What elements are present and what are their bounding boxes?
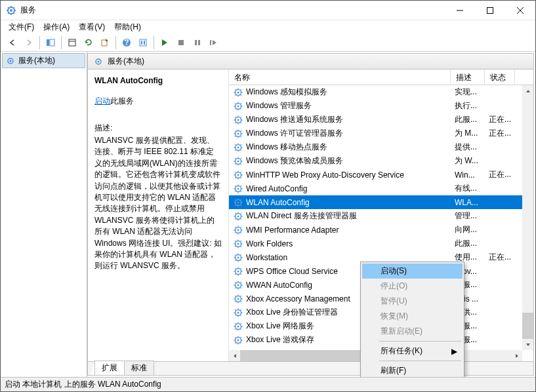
svg-line-89: [241, 163, 241, 164]
service-name-cell: Windows 管理服务: [246, 100, 312, 111]
svg-line-40: [235, 94, 236, 95]
svg-line-78: [235, 144, 236, 145]
svg-line-169: [241, 273, 241, 274]
refresh-button[interactable]: [81, 35, 96, 50]
service-name-cell: Xbox Live 网络服务: [246, 321, 314, 332]
table-row[interactable]: Windows 移动热点服务提供...: [229, 140, 533, 154]
scroll-up-icon[interactable]: [522, 85, 533, 96]
start-service-button[interactable]: [157, 35, 173, 50]
svg-line-99: [241, 177, 241, 178]
gear-icon: [233, 170, 243, 180]
menu-help[interactable]: 帮助(H): [110, 20, 145, 34]
svg-line-79: [241, 149, 241, 150]
scroll-down-icon[interactable]: [522, 339, 533, 350]
gear-icon: [233, 211, 243, 222]
tab-standard[interactable]: 标准: [124, 361, 154, 375]
gear-icon: [233, 294, 243, 304]
gear-icon: [233, 87, 243, 98]
table-row[interactable]: WLAN Direct 服务连接管理器服管理...: [229, 209, 533, 223]
table-row[interactable]: Work Folders此服...: [229, 237, 533, 250]
service-desc-cell: 此服...: [451, 114, 485, 125]
table-row[interactable]: WMI Performance Adapter向网...: [229, 223, 533, 237]
svg-line-39: [241, 94, 241, 95]
svg-line-69: [241, 136, 241, 136]
services-icon: [6, 5, 16, 16]
table-row[interactable]: Windows 管理服务执行...: [229, 99, 533, 113]
back-button[interactable]: [5, 35, 20, 50]
svg-point-193: [237, 311, 239, 313]
service-name-cell: Work Folders: [246, 239, 293, 248]
svg-line-41: [241, 89, 241, 90]
ctx-alltasks[interactable]: 所有任务(K)▶: [362, 343, 463, 359]
ctx-start[interactable]: 启动(S): [362, 264, 463, 279]
tree-node-services-local[interactable]: 服务(本地): [2, 53, 85, 68]
table-row[interactable]: Windows 预览体验成员服务为 W...: [229, 154, 533, 168]
svg-line-70: [235, 136, 236, 136]
minimize-button[interactable]: [445, 1, 475, 20]
svg-point-173: [237, 284, 239, 286]
table-row[interactable]: Windows 许可证管理器服务为 M...正在...: [229, 127, 533, 140]
svg-line-160: [235, 260, 236, 260]
scroll-right-icon[interactable]: [511, 350, 522, 361]
service-name-cell: Xbox Accessory Management: [246, 294, 350, 304]
main-area: 服务(本地) 服务(本地) WLAN AutoConfig 启动此服务 描述: …: [1, 52, 535, 377]
gear-icon: [233, 142, 243, 153]
service-desc-cell: 此服...: [451, 238, 485, 249]
selected-service-name: WLAN AutoConfig: [94, 76, 222, 85]
console-tree[interactable]: 服务(本地): [1, 52, 87, 377]
col-name[interactable]: 名称: [229, 69, 451, 85]
service-name-cell: Windows 推送通知系统服务: [246, 114, 343, 125]
svg-point-31: [98, 60, 100, 62]
service-name-cell: Windows 预览体验成员服务: [246, 155, 343, 167]
svg-line-219: [241, 342, 241, 343]
table-row[interactable]: WLAN AutoConfigWLA...: [229, 195, 533, 209]
svg-line-140: [235, 232, 236, 233]
svg-line-141: [241, 227, 241, 227]
svg-point-93: [237, 174, 239, 176]
tab-extended[interactable]: 扩展: [94, 361, 125, 375]
ctx-refresh[interactable]: 刷新(F): [362, 363, 463, 377]
svg-line-38: [235, 89, 236, 90]
gear-icon: [233, 266, 243, 277]
properties-button[interactable]: [64, 35, 80, 50]
pane-header: 服务(本地): [88, 54, 533, 69]
service-name-cell: WLAN AutoConfig: [246, 198, 310, 207]
toolbar: ?: [1, 33, 535, 52]
svg-line-189: [241, 301, 241, 302]
col-desc[interactable]: 描述: [451, 69, 485, 85]
forward-button[interactable]: [21, 35, 37, 50]
maximize-button[interactable]: [475, 1, 505, 20]
table-row[interactable]: Wired AutoConfig有线...: [229, 182, 533, 195]
service-desc-cell: 实现...: [451, 87, 485, 98]
svg-line-6: [8, 7, 9, 9]
window-titlebar: 服务: [1, 1, 535, 20]
service-desc-cell: 提供...: [451, 142, 485, 153]
restart-service-button[interactable]: [206, 35, 222, 50]
service-name-cell: Windows 移动热点服务: [246, 142, 327, 153]
table-row[interactable]: Windows 推送通知系统服务此服...正在...: [229, 113, 533, 127]
svg-line-190: [235, 301, 236, 302]
table-row[interactable]: WinHTTP Web Proxy Auto-Discovery Service…: [229, 168, 533, 182]
close-button[interactable]: [505, 1, 535, 20]
show-hide-tree-button[interactable]: [43, 35, 58, 50]
action-button[interactable]: [135, 35, 151, 50]
start-service-link[interactable]: 启动: [94, 96, 110, 106]
svg-line-181: [241, 282, 241, 283]
menu-view[interactable]: 查看(V): [75, 20, 109, 34]
col-status[interactable]: 状态: [485, 69, 515, 85]
svg-line-200: [235, 315, 236, 315]
scrollbar-thumb[interactable]: [522, 313, 533, 339]
stop-service-button[interactable]: [173, 35, 189, 50]
svg-line-158: [235, 254, 236, 255]
tree-node-label: 服务(本地): [18, 55, 55, 66]
table-row[interactable]: Windows 感知模拟服务实现...: [229, 85, 533, 99]
vertical-scrollbar[interactable]: [522, 85, 533, 350]
export-button[interactable]: [97, 35, 113, 50]
menu-action[interactable]: 操作(A): [39, 20, 73, 34]
svg-line-118: [235, 199, 236, 200]
pause-service-button[interactable]: [190, 35, 205, 50]
menu-file[interactable]: 文件(F): [5, 20, 38, 34]
scroll-left-icon[interactable]: [229, 350, 240, 361]
svg-line-201: [241, 309, 241, 310]
help-button[interactable]: ?: [119, 35, 134, 50]
